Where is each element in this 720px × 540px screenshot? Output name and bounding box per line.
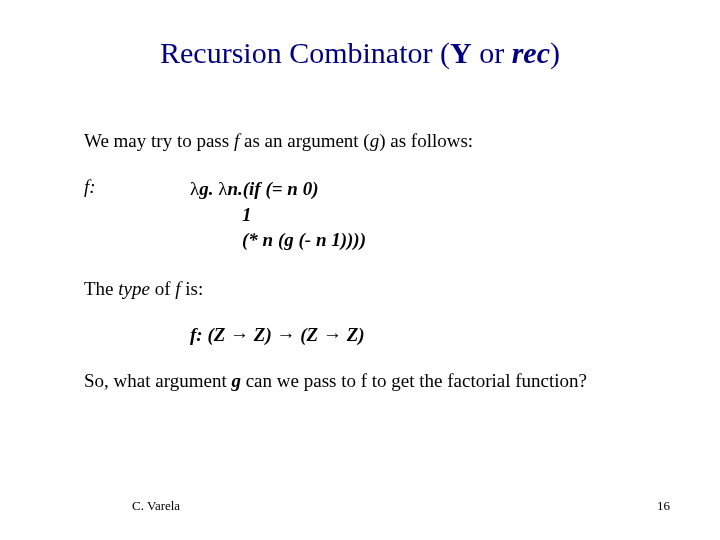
definition-line-1: λg. λn.(if (= n 0) <box>190 176 366 202</box>
lambda-icon: λ <box>213 178 227 199</box>
intro-pre: We may try to pass <box>84 130 234 151</box>
def-g: g. <box>199 178 213 199</box>
slide: Recursion Combinator (Y or rec) We may t… <box>0 0 720 540</box>
intro-g: g <box>370 130 380 151</box>
type-f: f: <box>190 324 207 345</box>
def-if: (if (= n 0) <box>243 178 319 199</box>
type-intro-pre: The <box>84 278 118 299</box>
question-post: can we pass to f to get the factorial fu… <box>241 370 587 391</box>
arrow-icon: → <box>277 324 296 345</box>
title-pre: Recursion Combinator ( <box>160 36 450 69</box>
definition-row: f: λg. λn.(if (= n 0) 1 (* n (g (- n 1))… <box>84 176 366 253</box>
type-lp2: (Z <box>296 324 323 345</box>
type-lp1: (Z <box>207 324 230 345</box>
title-or: or <box>472 36 512 69</box>
question-line: So, what argument g can we pass to f to … <box>84 370 587 392</box>
definition-body: λg. λn.(if (= n 0) 1 (* n (g (- n 1)))) <box>190 176 366 253</box>
type-expression: f: (Z → Z) → (Z → Z) <box>190 324 365 346</box>
arrow-icon: → <box>323 324 342 345</box>
footer-author: C. Varela <box>132 498 180 514</box>
def-n: n. <box>227 178 242 199</box>
type-intro-mid: of <box>150 278 175 299</box>
title-y: Y <box>450 36 472 69</box>
question-pre: So, what argument <box>84 370 231 391</box>
type-z1: Z) <box>249 324 276 345</box>
definition-block: f: λg. λn.(if (= n 0) 1 (* n (g (- n 1))… <box>84 176 366 253</box>
intro-post: ) as follows: <box>379 130 473 151</box>
type-z2: Z) <box>342 324 365 345</box>
slide-title: Recursion Combinator (Y or rec) <box>0 36 720 70</box>
title-post: ) <box>550 36 560 69</box>
intro-mid: as an argument ( <box>239 130 370 151</box>
footer-page-number: 16 <box>657 498 670 514</box>
definition-label: f: <box>84 176 190 253</box>
definition-line-2: 1 <box>190 202 366 228</box>
type-intro-line: The type of f is: <box>84 278 203 300</box>
question-g: g <box>231 370 241 391</box>
type-intro-post: is: <box>181 278 204 299</box>
arrow-icon: → <box>230 324 249 345</box>
title-rec: rec <box>512 36 550 69</box>
intro-line: We may try to pass f as an argument (g) … <box>84 130 473 152</box>
type-intro-type: type <box>118 278 150 299</box>
definition-line-3: (* n (g (- n 1)))) <box>190 227 366 253</box>
lambda-icon: λ <box>190 178 199 199</box>
